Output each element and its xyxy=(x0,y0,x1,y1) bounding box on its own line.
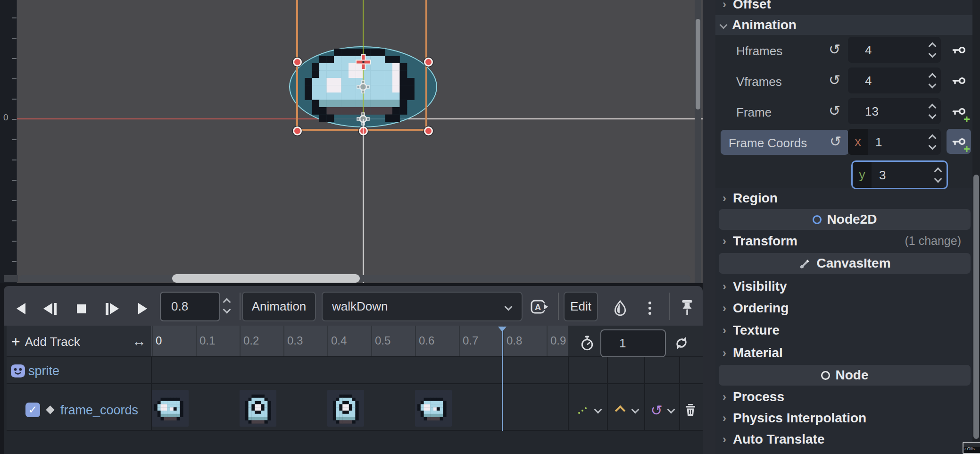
canvasitem-icon xyxy=(798,258,811,269)
interp-caret-icon xyxy=(615,405,626,416)
timeline-tick-label: 0.4 xyxy=(331,334,347,347)
timeline-tick-label: 0.7 xyxy=(463,334,478,347)
play-backwards-from-end-button[interactable] xyxy=(38,299,62,318)
viewport-vscrollbar-thumb[interactable] xyxy=(696,19,700,109)
timeline-tick-label: 0.3 xyxy=(287,334,303,347)
section-label: Region xyxy=(733,191,778,206)
animation-length-field[interactable]: 1 xyxy=(600,329,666,357)
inspector-scrollbar-thumb[interactable] xyxy=(973,175,979,439)
pin-panel-button[interactable] xyxy=(676,297,698,318)
separator xyxy=(240,293,241,320)
section-material[interactable]: › Material xyxy=(715,343,972,363)
section-label: Visibility xyxy=(733,279,787,294)
timeline-tick-label: 0.2 xyxy=(243,334,259,347)
timeline-tick xyxy=(196,326,197,356)
loop-wrap-mode-button[interactable]: ↺ xyxy=(648,402,665,418)
section-label: Process xyxy=(733,389,784,404)
time-spinner[interactable] xyxy=(224,299,230,312)
keyframe-thumbnail-0.4[interactable] xyxy=(327,390,364,427)
panel-splitter[interactable] xyxy=(703,0,715,454)
plus-icon: + xyxy=(11,335,20,349)
godot-editor: { "viewport": { "ruler_zero": "0", "colo… xyxy=(0,0,980,454)
canvas-2d-viewport[interactable]: 0 xyxy=(0,0,703,283)
selection-handle-right[interactable] xyxy=(424,58,433,67)
section-label: Texture xyxy=(733,323,780,338)
playhead-grabber[interactable] xyxy=(498,327,507,332)
section-label: Auto Translate xyxy=(733,432,824,447)
dot xyxy=(648,312,651,315)
edit-button[interactable]: Edit xyxy=(564,292,598,321)
inspector-sections: › RegionNode2D› Transform(1 change)Canva… xyxy=(715,0,972,454)
timeline-tick xyxy=(371,326,372,356)
section-note: (1 change) xyxy=(905,234,961,248)
animation-select-dropdown[interactable]: walkDown xyxy=(322,292,523,321)
animation-menu-button[interactable]: Animation xyxy=(242,292,316,321)
timeline-tick-label: 0.6 xyxy=(419,334,434,347)
timeline-tick xyxy=(240,326,241,356)
viewport-hscrollbar-thumb[interactable] xyxy=(172,274,360,283)
separator xyxy=(558,293,559,320)
section-transform[interactable]: › Transform(1 change) xyxy=(715,231,972,251)
selection-handle-bottom-left[interactable] xyxy=(293,126,302,135)
separator xyxy=(607,357,608,431)
section-label: Transform xyxy=(733,234,797,249)
pivot-gizmo-center[interactable] xyxy=(357,80,370,93)
section-auto-translate[interactable]: › Auto Translate xyxy=(715,429,972,449)
stop-button[interactable] xyxy=(71,299,91,318)
bar-icon xyxy=(54,303,57,315)
section-label: Ordering xyxy=(733,301,789,316)
autoplay-on-load-button[interactable]: A xyxy=(529,297,552,316)
edit-label: Edit xyxy=(570,299,591,314)
track-property-name[interactable]: frame_coords xyxy=(60,403,138,418)
drag-cross-marker[interactable] xyxy=(355,53,372,71)
section-process[interactable]: › Process xyxy=(715,387,972,407)
onion-skinning-button[interactable] xyxy=(610,298,630,318)
animation-panel: 0.8 Animation walkDown A Edit xyxy=(4,286,703,454)
section-visibility[interactable]: › Visibility xyxy=(715,276,972,296)
fit-timeline-icon[interactable]: ↔ xyxy=(132,333,146,349)
timeline-tick xyxy=(415,326,416,356)
section-ordering[interactable]: › Ordering xyxy=(715,298,972,318)
section-region[interactable]: › Region xyxy=(715,188,972,208)
delete-track-button[interactable] xyxy=(682,402,699,418)
current-time-field[interactable]: 0.8 xyxy=(160,292,220,321)
animation-length-icon xyxy=(580,336,594,351)
keyframe-thumbnail-0.2[interactable] xyxy=(240,390,276,427)
svg-text:A: A xyxy=(535,303,541,312)
playhead-line[interactable] xyxy=(502,327,503,431)
separator xyxy=(644,357,645,431)
loop-animation-button[interactable] xyxy=(673,335,689,351)
ruler-ticks xyxy=(12,0,17,283)
track-row-sprite[interactable] xyxy=(7,357,703,384)
viewport-border-vertical xyxy=(363,119,364,283)
update-mode-button[interactable] xyxy=(574,404,590,417)
sprite2d-node-icon xyxy=(10,364,25,378)
category-node2d: Node2D xyxy=(719,209,971,230)
selection-handle-bottom-right[interactable] xyxy=(424,126,433,135)
section-physics-interpolation[interactable]: › Physics Interpolation xyxy=(715,408,972,428)
more-options-menu-button[interactable] xyxy=(641,298,658,318)
chevron-right-icon: › xyxy=(723,433,726,446)
timeline-tick xyxy=(283,326,284,356)
category-label: CanvasItem xyxy=(816,256,890,271)
section-texture[interactable]: › Texture xyxy=(715,320,972,340)
scrollbar-corner xyxy=(4,275,18,282)
keyframe-thumbnail-0.6[interactable] xyxy=(415,390,452,427)
category-canvasitem: CanvasItem xyxy=(719,253,971,274)
chevron-down-icon xyxy=(223,306,231,314)
keyframe-thumbnail-0[interactable] xyxy=(152,390,189,427)
interpolation-mode-button[interactable] xyxy=(613,404,627,417)
add-track-button[interactable]: + Add Track xyxy=(11,332,120,351)
loop-wrap-icon: ↺ xyxy=(650,402,662,419)
chevron-right-icon: › xyxy=(723,390,726,404)
node2d-icon xyxy=(813,215,822,224)
play-button[interactable] xyxy=(132,299,153,318)
play-backwards-icon xyxy=(17,303,25,314)
chevron-right-icon: › xyxy=(723,324,726,337)
track-enabled-checkbox[interactable]: ✓ xyxy=(25,403,40,417)
play-backwards-button[interactable] xyxy=(10,299,31,318)
play-from-start-button[interactable] xyxy=(100,299,125,318)
selection-handle-left[interactable] xyxy=(293,58,302,67)
onion-skinning-icon xyxy=(613,300,627,317)
track-node-name[interactable]: sprite xyxy=(28,364,59,378)
